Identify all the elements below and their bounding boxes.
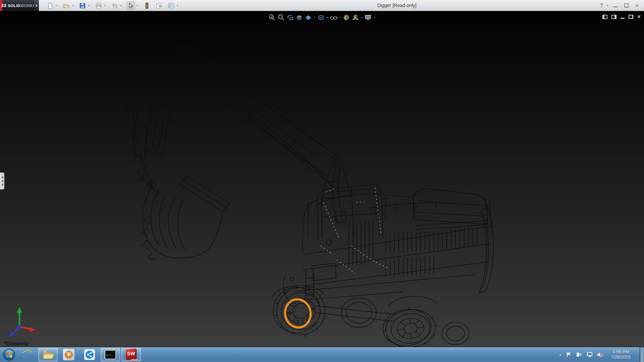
open-document-icon [63, 3, 70, 9]
help-button[interactable]: ? [599, 3, 604, 9]
save-button[interactable] [78, 2, 87, 10]
share-app-tile [84, 349, 95, 360]
display-style-button[interactable] [317, 13, 325, 21]
headsup-view-toolbar: ▼ ▼ ▼ ▼ ▼ [266, 13, 378, 22]
collapse-arrow-icon [1, 176, 3, 178]
taskbar-internet-explorer[interactable]: e [17, 348, 37, 361]
zoom-to-area-button[interactable] [277, 13, 285, 21]
triad-x-label: X [36, 330, 39, 335]
window-controls: ? ▼ × [599, 0, 641, 11]
viewport-restore-button[interactable] [629, 15, 633, 19]
restore-icon [624, 4, 629, 7]
zoom-to-fit-button[interactable] [268, 13, 276, 21]
select-tool-dropdown[interactable]: ▼ [136, 2, 139, 10]
undo-dropdown[interactable]: ▼ [119, 2, 123, 10]
save-icon [79, 3, 86, 9]
minimize-button[interactable] [611, 2, 620, 9]
open-document-button[interactable] [62, 2, 70, 10]
print-icon [95, 3, 102, 9]
rebuild-button[interactable] [143, 2, 151, 10]
show-desktop-button[interactable] [640, 347, 644, 362]
taskbar-solidworks[interactable]: SW 2015 [121, 348, 141, 361]
taskbar-media-player[interactable] [59, 348, 78, 361]
print-dropdown[interactable]: ▼ [103, 2, 107, 10]
viewport-window-controls: × [602, 14, 641, 20]
command-prompt-text: C:\_ [106, 354, 113, 357]
menu-flyout-tab[interactable] [34, 0, 39, 11]
pane-right-toggle-icon[interactable] [611, 15, 616, 19]
undo-icon [111, 3, 118, 9]
power-plug-icon [576, 352, 583, 358]
section-view-icon [296, 14, 303, 21]
volume-muted-icon [597, 351, 603, 358]
options-button[interactable] [167, 2, 175, 10]
titlebar: 3S SOLIDWORKS ▼ ▼ ▼ ▼ ▼ [0, 0, 644, 11]
standard-toolbar: ▼ ▼ ▼ ▼ ▼ ▼ [46, 0, 179, 11]
open-document-dropdown[interactable]: ▼ [71, 2, 74, 10]
apply-scene-button[interactable] [352, 13, 360, 21]
apply-scene-dropdown[interactable]: ▼ [361, 16, 363, 18]
appearance-sphere-icon [343, 14, 350, 21]
taskbar-clock[interactable]: 1:56 PM 7/28/2015 [608, 349, 633, 360]
power-status-button[interactable] [576, 351, 583, 358]
select-tool-button[interactable] [127, 2, 135, 10]
graphics-viewport[interactable]: ▼ ▼ ▼ ▼ ▼ × [0, 11, 644, 347]
triad-z-label: Z [7, 332, 9, 337]
new-document-icon [47, 3, 53, 9]
zoom-to-fit-icon [268, 14, 276, 21]
options-checklist-icon [168, 3, 174, 9]
windows-start-orb-icon [3, 348, 15, 361]
pane-left-toggle-icon[interactable] [602, 15, 607, 19]
edit-appearance-button[interactable] [342, 13, 351, 21]
save-dropdown[interactable]: ▼ [87, 2, 91, 10]
start-button[interactable] [2, 348, 16, 362]
media-player-tile [63, 349, 74, 360]
hide-show-items-button[interactable] [330, 13, 338, 21]
view-settings-dropdown[interactable]: ▼ [373, 16, 376, 18]
taskbar-windows-explorer[interactable] [38, 348, 58, 361]
close-button[interactable]: × [633, 2, 641, 9]
system-tray: ▲ [559, 347, 644, 362]
new-document-dropdown[interactable]: ▼ [55, 2, 58, 10]
taskbar-share-app[interactable] [80, 348, 99, 361]
network-display-icon [586, 352, 593, 358]
options-dropdown[interactable]: ▼ [176, 2, 179, 10]
show-hidden-icons-button[interactable]: ▲ [559, 353, 562, 356]
volume-button[interactable] [597, 351, 603, 358]
close-icon: × [637, 13, 641, 20]
taskbar: e [0, 347, 644, 362]
solidworks-letters: SW [125, 351, 137, 356]
eyeglasses-icon [330, 14, 338, 21]
network-status-button[interactable] [586, 351, 593, 358]
clock-time: 1:56 PM [608, 349, 633, 355]
restore-button[interactable] [622, 2, 631, 9]
internet-explorer-icon: e [21, 349, 33, 361]
file-properties-button[interactable] [155, 2, 163, 10]
apply-scene-icon [352, 14, 360, 21]
new-document-button[interactable] [46, 2, 54, 10]
action-center-button[interactable] [566, 351, 572, 358]
view-settings-icon [364, 14, 372, 21]
flag-icon [566, 352, 572, 358]
close-icon: × [635, 2, 639, 9]
print-button[interactable] [95, 2, 103, 10]
view-orientation-dropdown[interactable]: ▼ [313, 16, 316, 18]
feature-panel-handle[interactable] [0, 173, 4, 189]
zoom-to-area-icon [277, 14, 285, 21]
hide-show-dropdown[interactable]: ▼ [339, 16, 341, 18]
document-title: Digger [Read-only] [377, 0, 417, 11]
section-view-button[interactable] [295, 13, 303, 21]
viewport-minimize-button[interactable] [621, 15, 625, 19]
view-settings-button[interactable] [364, 13, 372, 21]
select-cursor-icon [128, 3, 133, 9]
view-orientation-button[interactable] [304, 13, 312, 21]
viewport-close-button[interactable]: × [637, 14, 641, 20]
reference-triad: Y X Z [6, 303, 40, 340]
help-dropdown[interactable]: ▼ [606, 2, 609, 10]
view-orientation-label: *Dimetric [4, 341, 29, 347]
display-style-dropdown[interactable]: ▼ [326, 16, 329, 18]
taskbar-command-prompt[interactable]: C:\_ [101, 348, 120, 361]
previous-view-button[interactable] [286, 13, 294, 21]
undo-button[interactable] [111, 2, 119, 10]
triad-y-label: Y [17, 303, 20, 308]
